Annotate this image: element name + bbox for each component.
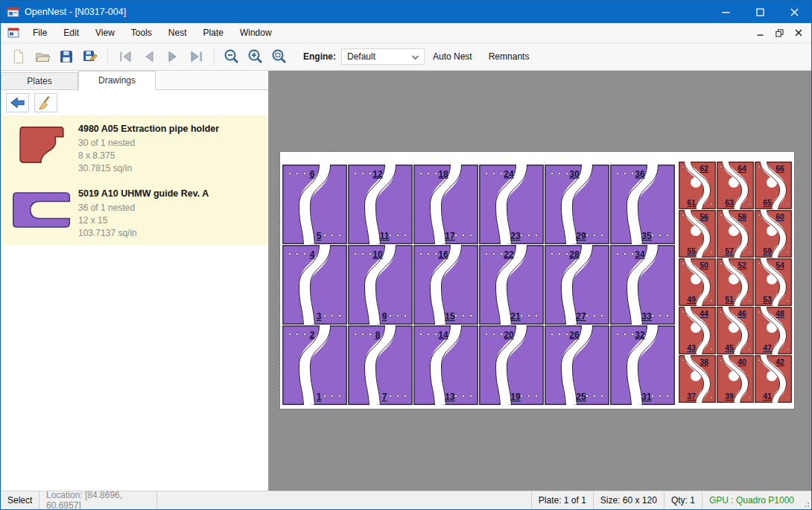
status-mode: Select	[1, 491, 39, 509]
resize-grip-icon[interactable]	[801, 491, 811, 509]
purple-part-pair[interactable]: 2625	[545, 325, 609, 405]
last-plate-icon[interactable]	[185, 46, 209, 67]
mdi-window-controls	[757, 29, 811, 37]
part-number: 34	[635, 249, 645, 260]
nest-plate[interactable]: 6512111817242330293635431091615222128273…	[280, 152, 794, 409]
red-part-pair[interactable]: 6261	[679, 162, 716, 209]
nest-canvas[interactable]: 6512111817242330293635431091615222128273…	[269, 71, 811, 491]
next-plate-icon[interactable]	[161, 46, 185, 67]
red-part-pair[interactable]: 4847	[755, 307, 792, 354]
part-number: 25	[576, 392, 586, 402]
purple-part-pair[interactable]: 2019	[479, 325, 544, 405]
tab-drawings[interactable]: Drawings	[78, 71, 156, 90]
part-number: 39	[725, 392, 734, 401]
close-icon[interactable]	[777, 1, 811, 23]
drawing-list-item[interactable]: 5019 A10 UHMW guide Rev. A36 of 1 nested…	[1, 180, 268, 245]
import-arrow-icon[interactable]	[6, 93, 29, 112]
mdi-close-icon[interactable]	[795, 29, 802, 36]
menu-file[interactable]: File	[25, 23, 55, 42]
mdi-minimize-icon[interactable]	[757, 29, 764, 36]
zoom-out-icon[interactable]	[220, 46, 244, 67]
side-panel: Plates Drawings 4980 A05 Extraction pipe…	[1, 71, 269, 491]
engine-select[interactable]: Default	[341, 48, 425, 65]
red-part-pair[interactable]: 5857	[717, 210, 754, 258]
red-part-pair[interactable]: 5453	[755, 258, 792, 306]
purple-part-pair[interactable]: 1413	[413, 325, 478, 405]
purple-part-pair[interactable]: 2221	[479, 245, 544, 325]
purple-part-pair[interactable]: 3433	[610, 245, 675, 325]
part-thumbnail	[5, 122, 78, 175]
red-part-pair[interactable]: 4039	[717, 355, 754, 403]
purple-part-pair[interactable]: 2423	[479, 165, 544, 244]
clean-broom-icon[interactable]	[34, 93, 57, 112]
red-part-pair[interactable]: 6059	[755, 210, 792, 258]
drawing-area: 30.7815 sq/in	[78, 162, 262, 175]
red-part-pair[interactable]: 5251	[717, 258, 754, 306]
purple-part-pair[interactable]: 2827	[545, 245, 609, 325]
purple-part-pair[interactable]: 3029	[545, 165, 609, 244]
mdi-restore-icon[interactable]	[775, 29, 784, 37]
drawing-nested-count: 30 of 1 nested	[78, 137, 262, 150]
red-part-pair[interactable]: 4241	[755, 355, 792, 403]
part-number: 15	[445, 311, 455, 322]
previous-plate-icon[interactable]	[137, 46, 161, 67]
purple-part-pair[interactable]: 1211	[348, 165, 413, 244]
engine-value: Default	[347, 51, 375, 62]
save-icon[interactable]	[54, 46, 78, 67]
part-number: 38	[700, 357, 708, 366]
purple-part-pair[interactable]: 87	[348, 325, 413, 405]
purple-part-pair[interactable]: 3231	[610, 325, 675, 405]
menu-plate[interactable]: Plate	[195, 23, 232, 42]
purple-part-pair[interactable]: 3635	[610, 165, 675, 244]
purple-part-pair[interactable]: 43	[282, 245, 347, 325]
status-plate: Plate: 1 of 1	[531, 491, 593, 509]
red-part-pair[interactable]: 5655	[679, 210, 716, 258]
minimize-icon[interactable]	[708, 1, 743, 23]
drawing-title: 5019 A10 UHMW guide Rev. A	[78, 188, 262, 199]
part-number: 9	[382, 311, 387, 322]
drawing-area: 103.7137 sq/in	[78, 227, 262, 240]
menu-window[interactable]: Window	[232, 23, 280, 42]
part-number: 18	[438, 169, 448, 179]
red-part-pair[interactable]: 3837	[679, 355, 716, 403]
purple-part-pair[interactable]: 21	[282, 325, 347, 405]
part-number: 49	[687, 295, 696, 304]
maximize-icon[interactable]	[743, 1, 777, 23]
red-part-pair[interactable]: 6463	[717, 162, 754, 209]
drawing-info: 5019 A10 UHMW guide Rev. A36 of 1 nested…	[78, 187, 262, 240]
menu-view[interactable]: View	[87, 23, 123, 42]
part-number: 57	[725, 246, 734, 255]
drawings-toolbar	[1, 90, 268, 115]
open-icon[interactable]	[31, 46, 54, 67]
purple-part-pair[interactable]: 1615	[413, 245, 478, 325]
part-number: 41	[763, 392, 772, 401]
new-icon[interactable]	[7, 46, 31, 67]
menu-nest[interactable]: Nest	[160, 23, 195, 42]
red-part-pair[interactable]: 5049	[679, 258, 716, 306]
red-part-pair[interactable]: 4443	[679, 307, 716, 354]
part-number: 31	[641, 392, 652, 402]
menu-tools[interactable]: Tools	[123, 23, 160, 42]
purple-part-pair[interactable]: 1817	[413, 165, 478, 244]
part-number: 32	[635, 330, 645, 340]
purple-part-pair[interactable]: 65	[282, 165, 347, 244]
part-number: 1	[317, 392, 322, 402]
auto-nest-button[interactable]: Auto Nest	[425, 51, 480, 62]
remnants-button[interactable]: Remnants	[480, 51, 538, 62]
red-parts-region: 6261646366655655585760595049525154534443…	[679, 162, 792, 403]
part-number: 12	[372, 169, 383, 179]
part-number: 11	[380, 231, 390, 241]
red-part-pair[interactable]: 4645	[717, 307, 754, 354]
zoom-in-icon[interactable]	[244, 46, 267, 67]
part-number: 48	[775, 309, 784, 318]
drawing-list-item[interactable]: 4980 A05 Extraction pipe holder30 of 1 n…	[1, 115, 268, 180]
save-as-icon[interactable]	[78, 46, 102, 67]
menu-edit[interactable]: Edit	[55, 23, 87, 42]
purple-part-pair[interactable]: 109	[348, 245, 413, 325]
red-part-pair[interactable]: 6665	[755, 162, 792, 209]
zoom-fit-icon[interactable]	[267, 46, 291, 67]
main-area: Plates Drawings 4980 A05 Extraction pipe…	[1, 71, 811, 491]
first-plate-icon[interactable]	[113, 46, 137, 67]
toolbar-separator	[214, 48, 215, 65]
tab-plates[interactable]: Plates	[1, 72, 78, 89]
